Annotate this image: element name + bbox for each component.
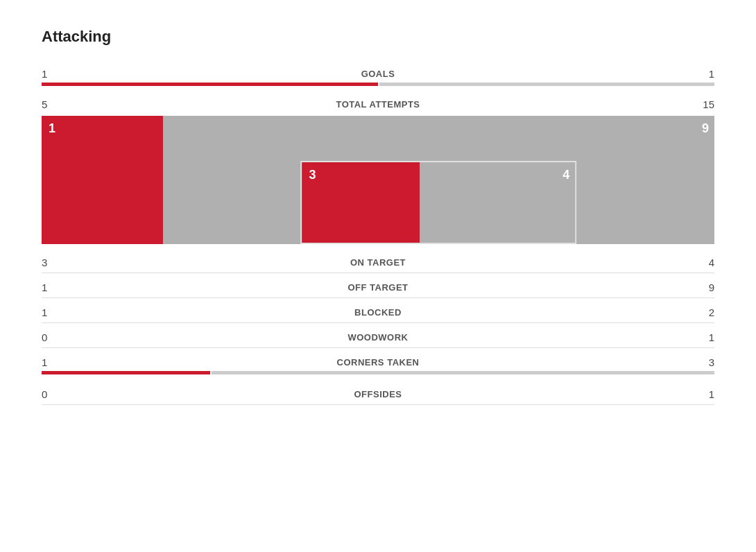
stat-rows: 3 ON TARGET 4 1 OFF TARGET 9 1 BLOCKED 2… — [42, 248, 714, 405]
off-target-right: 9 — [687, 282, 714, 293]
offsides-right: 1 — [687, 388, 714, 400]
section-title: Attacking — [42, 28, 714, 46]
corners-right: 3 — [687, 356, 714, 368]
attempts-left-val: 5 — [42, 98, 69, 110]
goals-bar-right — [379, 83, 714, 86]
corners-left: 1 — [42, 356, 69, 368]
goals-right-val: 1 — [687, 68, 714, 80]
goals-bar-left — [42, 83, 378, 86]
inner-bar-right: 4 — [420, 162, 575, 243]
total-attempts-section: 5 TOTAL ATTEMPTS 15 1 9 3 4 — [42, 98, 714, 244]
off-target-label: OFF TARGET — [69, 282, 687, 293]
attempts-right-val: 15 — [687, 98, 714, 110]
woodwork-left: 0 — [42, 331, 69, 343]
corners-label: CORNERS TAKEN — [69, 357, 687, 368]
corners-row: 1 CORNERS TAKEN 3 — [42, 348, 714, 368]
corners-bar-right — [212, 371, 715, 374]
outer-left-num: 1 — [49, 121, 55, 136]
attempts-chart: 1 9 3 4 — [42, 116, 714, 244]
on-target-label: ON TARGET — [69, 257, 687, 268]
on-target-left: 3 — [42, 257, 69, 268]
goals-row: 1 GOALS 1 — [42, 60, 714, 86]
blocked-row: 1 BLOCKED 2 — [42, 298, 714, 323]
outer-right-num: 9 — [702, 121, 709, 136]
blocked-right: 2 — [687, 307, 714, 318]
blocked-left: 1 — [42, 307, 69, 318]
inner-left-num: 3 — [309, 168, 316, 182]
inner-on-target-box: 3 4 — [300, 161, 576, 244]
outer-bar-right: 9 3 4 — [163, 116, 714, 244]
inner-bar-left: 3 — [302, 162, 419, 243]
woodwork-label: WOODWORK — [69, 332, 687, 343]
goals-left-val: 1 — [42, 68, 69, 80]
outer-bar-left: 1 — [42, 116, 163, 244]
on-target-row: 3 ON TARGET 4 — [42, 248, 714, 273]
corners-bar — [42, 371, 714, 374]
on-target-right: 4 — [687, 257, 714, 268]
off-target-row: 1 OFF TARGET 9 — [42, 273, 714, 298]
inner-right-num: 4 — [562, 168, 569, 182]
goals-bar — [42, 83, 714, 86]
corners-bar-left — [42, 371, 210, 374]
off-target-left: 1 — [42, 282, 69, 293]
attempts-header: 5 TOTAL ATTEMPTS 15 — [42, 98, 714, 110]
goals-label: GOALS — [69, 69, 687, 79]
blocked-label: BLOCKED — [69, 307, 687, 318]
offsides-left: 0 — [42, 388, 69, 400]
offsides-row: 0 OFFSIDES 1 — [42, 380, 714, 405]
attempts-label: TOTAL ATTEMPTS — [69, 99, 687, 110]
woodwork-row: 0 WOODWORK 1 — [42, 323, 714, 348]
woodwork-right: 1 — [687, 331, 714, 343]
offsides-label: OFFSIDES — [69, 389, 687, 399]
